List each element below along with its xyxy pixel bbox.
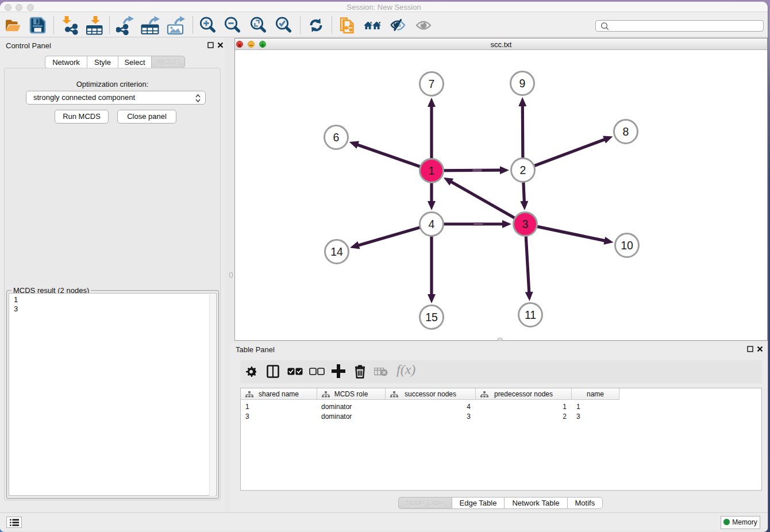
svg-text:14: 14: [330, 245, 343, 258]
svg-text:15: 15: [425, 311, 438, 323]
svg-text:10: 10: [621, 239, 633, 252]
svg-text:11: 11: [525, 309, 536, 321]
svg-text:2: 2: [520, 164, 526, 176]
svg-text:9: 9: [519, 77, 526, 90]
svg-text:7: 7: [429, 78, 435, 90]
svg-text:4: 4: [429, 218, 435, 230]
svg-text:3: 3: [522, 218, 529, 230]
svg-text:6: 6: [333, 131, 340, 144]
svg-text:1: 1: [429, 164, 435, 177]
svg-text:8: 8: [623, 125, 629, 138]
